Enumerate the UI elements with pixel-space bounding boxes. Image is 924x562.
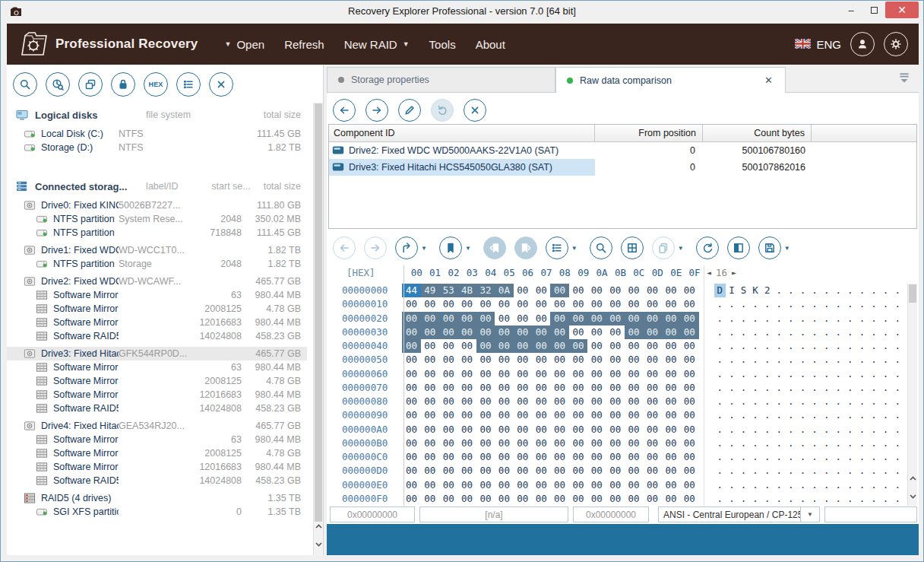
hex-byte[interactable]: 00 [643,284,661,297]
hex-byte[interactable]: 00 [532,312,550,325]
hex-byte[interactable]: 00 [606,492,625,506]
hex-byte[interactable]: 00 [421,339,439,353]
hex-byte[interactable]: 00 [495,464,513,478]
hex-byte[interactable]: 00 [662,297,680,311]
hex-byte[interactable]: 00 [476,492,495,506]
hex-templates-button[interactable] [621,237,644,259]
hex-search-button[interactable] [590,237,612,259]
hex-byte[interactable]: 00 [625,297,643,311]
hex-save-dropdown-caret-icon[interactable]: ▼ [781,245,794,252]
hex-byte[interactable]: 00 [550,339,568,353]
hex-byte[interactable]: 00 [402,297,420,311]
tree-row[interactable]: Software Mirror (S...20081254.78 GB [7,446,307,460]
hex-byte[interactable]: 00 [421,464,439,478]
hex-byte[interactable]: 00 [587,367,606,381]
sidebar-clone-disk-button[interactable] [78,72,103,97]
hex-byte[interactable]: 00 [662,284,680,297]
hex-byte[interactable]: 00 [550,325,568,339]
hex-ascii-text[interactable]: ................ [714,408,904,422]
menu-item-tools[interactable]: Tools [419,32,466,57]
sidebar-lock-button[interactable] [111,72,135,97]
tree-row[interactable]: RAID5 (4 drives)1.35 TB [7,491,307,505]
hex-byte[interactable]: 4B [457,284,476,297]
hex-byte[interactable]: 00 [550,437,568,450]
sidebar-close-button[interactable] [209,72,233,97]
hex-byte[interactable]: 00 [514,284,532,297]
hex-byte[interactable]: 0A [495,284,513,297]
hex-byte[interactable]: 00 [532,367,550,381]
hex-byte[interactable]: 00 [514,353,532,367]
hex-byte[interactable]: 00 [662,450,680,464]
hex-byte[interactable]: 00 [606,464,625,478]
hex-byte[interactable]: 00 [402,437,420,450]
menu-item-new-raid[interactable]: New RAID▼ [334,32,419,57]
tree-section-header[interactable]: Logical disksfile systemtotal size [16,109,307,121]
hex-byte[interactable]: 00 [643,423,661,437]
hex-byte[interactable]: 00 [550,408,568,422]
tree-row[interactable]: Software Mirror (S...20081254.78 GB [7,374,307,388]
hex-byte[interactable]: 00 [457,395,476,408]
hex-byte[interactable]: 00 [643,339,661,353]
hex-byte[interactable]: 00 [514,297,532,311]
hex-byte[interactable]: 00 [495,297,513,311]
scrollbar-thumb[interactable] [315,103,322,522]
hex-byte[interactable]: 00 [550,284,568,297]
hex-byte[interactable]: 00 [587,408,606,422]
hex-ascii-text[interactable]: ................ [714,367,904,381]
hex-byte[interactable]: 00 [421,325,439,339]
hex-byte[interactable]: 00 [606,284,625,297]
hex-byte[interactable]: 00 [625,492,643,506]
value-field[interactable]: [n/a] [419,506,568,522]
hex-byte[interactable]: 00 [402,395,420,408]
hex-byte[interactable]: 00 [680,395,698,408]
tree-row[interactable]: Software Mirror (E...63980.44 MB [7,288,307,302]
hex-byte[interactable]: 00 [606,381,625,395]
hex-byte[interactable]: 00 [514,381,532,395]
hex-byte[interactable]: 00 [476,381,495,395]
hex-byte[interactable]: 00 [550,297,568,311]
tree-row[interactable]: Drive2: Fixed WDC ...WD-WCAWF...465.77 G… [7,275,307,288]
encoding-select[interactable]: ANSI - Central European / CP-1250 ▼ [658,506,820,522]
hex-byte[interactable]: 00 [680,381,698,395]
hex-byte[interactable]: 44 [402,284,420,297]
hex-byte[interactable]: 00 [662,437,680,450]
hex-ascii-text[interactable]: ................ [714,492,904,506]
hex-byte[interactable]: 00 [532,478,550,492]
hex-byte[interactable]: 00 [514,367,532,381]
minimize-button[interactable]: – [840,2,862,18]
hex-byte[interactable]: 00 [569,395,587,408]
hex-byte[interactable]: 00 [587,297,606,311]
position-field[interactable]: 0x00000000 [330,506,415,522]
hex-goto-dropdown-caret-icon[interactable]: ▼ [418,245,431,252]
tree-row[interactable]: Drive3: Fixed Hitac...GFK544RP0D...465.7… [7,347,307,360]
hex-byte[interactable]: 00 [439,395,457,408]
hex-byte[interactable]: 00 [606,312,625,325]
hex-byte[interactable]: 00 [402,353,420,367]
hex-byte[interactable]: 00 [662,339,680,353]
hex-byte[interactable]: 00 [439,492,457,506]
hex-byte[interactable]: 00 [495,423,513,437]
hex-byte[interactable]: 00 [587,381,606,395]
hex-byte[interactable]: 00 [421,395,439,408]
selection-field[interactable]: 0x00000000 [573,506,649,522]
hex-byte[interactable]: 00 [680,408,698,422]
hex-ascii-text[interactable]: ................ [714,450,904,464]
hex-byte[interactable]: 00 [439,464,457,478]
menu-item-refresh[interactable]: Refresh [274,32,334,57]
menu-item-open[interactable]: ▼Open [215,32,275,57]
hex-byte[interactable]: 00 [514,478,532,492]
hex-byte[interactable]: 00 [421,312,439,325]
hex-byte[interactable]: 00 [550,478,568,492]
hex-byte[interactable]: 00 [402,381,420,395]
scroll-up-icon[interactable] [908,472,917,484]
sidebar-hex-view-button[interactable]: HEX [144,72,168,97]
hex-byte[interactable]: 00 [457,353,476,367]
hex-byte[interactable]: 00 [495,312,513,325]
hex-byte[interactable]: 00 [514,395,532,408]
maximize-button[interactable] [862,2,885,18]
hex-byte[interactable]: 00 [662,325,680,339]
hex-byte[interactable]: 00 [532,381,550,395]
hex-byte[interactable]: 00 [625,339,643,353]
hex-prev-bookmark-button[interactable] [483,237,506,259]
hex-byte[interactable]: 00 [625,450,643,464]
